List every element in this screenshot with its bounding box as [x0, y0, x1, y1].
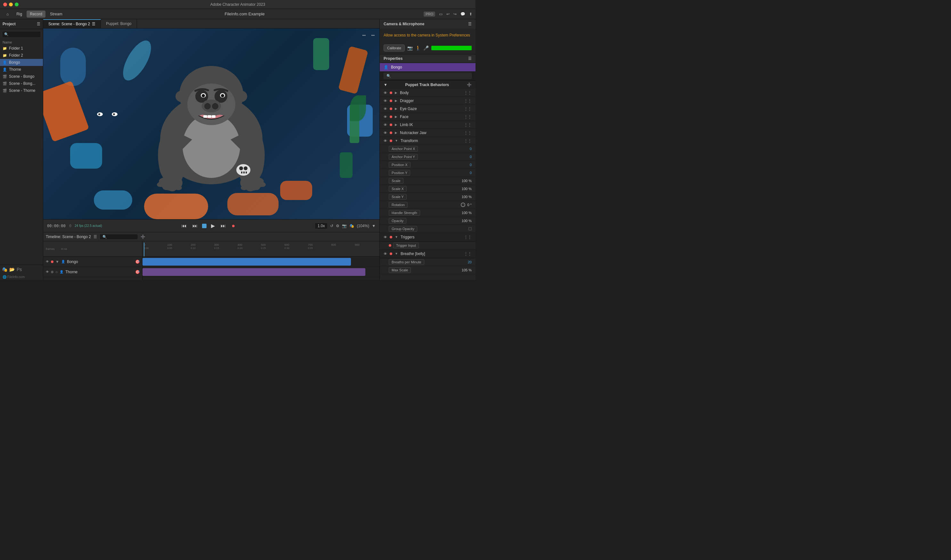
behavior-nutcracker[interactable]: 👁 ▶ Nutcracker Jaw ⋮⋮: [380, 129, 476, 137]
menu-stream[interactable]: Stream: [47, 11, 66, 18]
triggers-section[interactable]: 👁 ▼ Triggers ⋮⋮: [380, 233, 476, 242]
skip-start-button[interactable]: ⏮: [180, 222, 188, 229]
thorne-clip[interactable]: [142, 268, 365, 276]
home-icon[interactable]: ⌂: [3, 11, 12, 18]
eye-icon-face[interactable]: 👁: [384, 115, 387, 119]
body-menu-icon[interactable]: ⋮⋮: [464, 91, 472, 95]
track-bongo-target-icon[interactable]: 🎯: [135, 260, 140, 264]
sidebar-item-bongo[interactable]: 👤 Bongo: [0, 59, 43, 66]
chat-icon[interactable]: 💬: [461, 12, 465, 16]
playback-icon-2[interactable]: ⚙: [336, 224, 339, 228]
track-eye-icon-thorne[interactable]: 👁: [46, 270, 49, 274]
zoom-dropdown[interactable]: ▼: [372, 224, 376, 228]
track-expand-icon-thorne[interactable]: ○: [55, 270, 58, 274]
undo-icon[interactable]: ↩: [446, 12, 450, 16]
svg-point-31: [239, 166, 243, 170]
triggers-menu-icon[interactable]: ⋮⋮: [464, 235, 472, 239]
scene-icon: 🎬: [3, 89, 7, 93]
group-opacity-checkbox[interactable]: [469, 227, 472, 231]
play-button[interactable]: ▶: [210, 222, 216, 229]
track-thorne-target-icon[interactable]: 🎯: [135, 270, 140, 274]
eye-icon-triggers[interactable]: 👁: [384, 235, 387, 239]
share-icon[interactable]: ⬆: [469, 12, 472, 16]
main-layout: Project ☰ 🔍 Name 📁 Folder 1 📁 Folder 2 👤…: [0, 19, 476, 280]
timeline-search[interactable]: [100, 234, 138, 240]
playback-icon-3[interactable]: 📷: [342, 224, 347, 228]
track-eye-icon[interactable]: 👁: [46, 260, 49, 263]
breathe-menu-icon[interactable]: ⋮⋮: [464, 252, 472, 256]
tab-puppet-bongo[interactable]: Puppet: Bongo: [101, 19, 137, 28]
breathe-expand-icon[interactable]: ▼: [395, 252, 398, 255]
eye-icon-breathe[interactable]: 👁: [384, 252, 387, 256]
behavior-limb-ik[interactable]: 👁 ▶ Limb IK ⋮⋮: [380, 121, 476, 129]
sidebar-item-thorne[interactable]: 👤 Thorne: [0, 66, 43, 73]
minimize-button[interactable]: [9, 3, 13, 6]
calibrate-button[interactable]: Calibrate: [384, 45, 405, 52]
behavior-eye-gaze[interactable]: 👁 ▶ Eye Gaze ⋮⋮: [380, 105, 476, 113]
behavior-transform-label: Transform: [401, 138, 461, 143]
record-button[interactable]: ⏺: [230, 223, 237, 229]
chevron-eyegaze[interactable]: ▶: [395, 107, 398, 111]
step-forward-button[interactable]: ⏭: [219, 222, 227, 229]
timeline-menu-icon[interactable]: ☰: [94, 235, 97, 239]
step-back-button[interactable]: ⏭: [191, 222, 199, 229]
nutcracker-menu-icon[interactable]: ⋮⋮: [464, 131, 472, 135]
chevron-limbik[interactable]: ▶: [395, 123, 398, 126]
behavior-body[interactable]: 👁 ▶ Body ⋮⋮: [380, 89, 476, 97]
behaviors-add-icon[interactable]: ➕: [467, 83, 472, 87]
sidebar-item-folder2[interactable]: 📁 Folder 2: [0, 52, 43, 59]
redo-icon[interactable]: ↪: [453, 12, 456, 16]
track-record-dot-bongo[interactable]: [51, 260, 54, 263]
breathe-section[interactable]: 👁 ▼ Breathe [belly] ⋮⋮: [380, 249, 476, 258]
eye-icon-nutcracker[interactable]: 👁: [384, 131, 387, 135]
tab-menu-icon[interactable]: ☰: [92, 22, 96, 26]
maximize-button[interactable]: [15, 3, 18, 6]
chevron-dragger[interactable]: ▶: [395, 99, 398, 102]
new-folder-icon[interactable]: 📂: [9, 267, 15, 272]
playback-icon-4[interactable]: 🎭: [349, 224, 354, 228]
bongo-clip[interactable]: [142, 258, 351, 266]
behavior-face[interactable]: 👁 ▶ Face ⋮⋮: [380, 113, 476, 121]
timeline-add-icon[interactable]: ➕: [140, 235, 145, 239]
stop-button[interactable]: [202, 224, 207, 228]
eye-icon-dragger[interactable]: 👁: [384, 99, 387, 103]
transform-menu-icon[interactable]: ⋮⋮: [464, 138, 472, 143]
tab-scene-bongo2[interactable]: Scene: Scene - Bongo 2 ☰: [43, 19, 101, 28]
chevron-transform[interactable]: ▼: [395, 139, 398, 142]
face-menu-icon[interactable]: ⋮⋮: [464, 115, 472, 119]
menu-record[interactable]: Record: [26, 11, 45, 18]
eye-icon-eyegaze[interactable]: 👁: [384, 107, 387, 111]
properties-menu-icon[interactable]: ☰: [468, 56, 472, 61]
close-button[interactable]: [3, 3, 7, 6]
photoshop-icon[interactable]: Ps: [17, 267, 22, 272]
behavior-transform[interactable]: 👁 ▼ Transform ⋮⋮: [380, 137, 476, 145]
chevron-nutcracker[interactable]: ▶: [395, 131, 398, 134]
eye-icon-limbik[interactable]: 👁: [384, 123, 387, 127]
limbik-menu-icon[interactable]: ⋮⋮: [464, 123, 472, 127]
ruler-300: 3000:15: [214, 243, 219, 249]
sidebar-menu-icon[interactable]: ☰: [37, 22, 40, 26]
sidebar-item-folder1[interactable]: 📁 Folder 1: [0, 45, 43, 52]
playhead[interactable]: [144, 243, 145, 256]
chevron-face[interactable]: ▶: [395, 115, 398, 118]
menu-rig[interactable]: Rig: [13, 11, 25, 18]
track-record-dot-thorne[interactable]: [51, 271, 54, 273]
sidebar-item-scene-bong[interactable]: 🎬 Scene - Bong...: [0, 80, 43, 87]
project-search[interactable]: 🔍: [2, 31, 41, 38]
playback-icon-1[interactable]: ↺: [330, 224, 333, 228]
behaviors-collapse-icon[interactable]: ▼: [384, 83, 387, 87]
behavior-dragger[interactable]: 👁 ▶ Dragger ⋮⋮: [380, 97, 476, 105]
track-expand-icon[interactable]: ▼: [55, 260, 59, 264]
puppet-search-input[interactable]: [384, 72, 472, 79]
rotation-dial[interactable]: ○: [461, 203, 465, 207]
chevron-body[interactable]: ▶: [395, 91, 398, 94]
eyegaze-menu-icon[interactable]: ⋮⋮: [464, 106, 472, 111]
eye-icon-transform[interactable]: 👁: [384, 139, 387, 143]
dragger-menu-icon[interactable]: ⋮⋮: [464, 98, 472, 103]
sidebar-item-scene-thorne[interactable]: 🎬 Scene - Thorne: [0, 87, 43, 94]
camera-menu-icon[interactable]: ☰: [468, 22, 472, 26]
sidebar-item-scene-bongo[interactable]: 🎬 Scene - Bongo: [0, 73, 43, 80]
new-puppet-icon[interactable]: 🎭: [2, 267, 8, 272]
triggers-expand-icon[interactable]: ▼: [395, 235, 398, 239]
eye-icon-body[interactable]: 👁: [384, 91, 387, 95]
